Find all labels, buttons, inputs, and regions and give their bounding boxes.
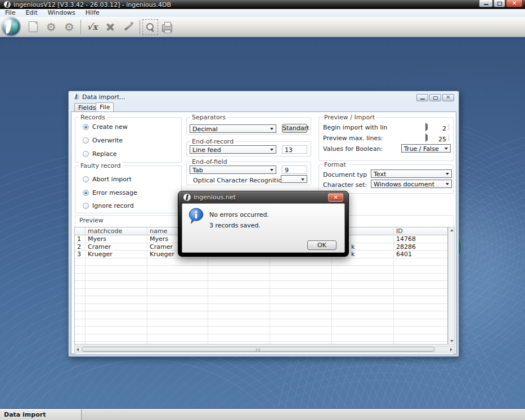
table-row-empty[interactable] bbox=[75, 334, 447, 342]
table-row-empty[interactable] bbox=[75, 266, 447, 274]
decimal-combobox[interactable]: Decimal bbox=[190, 124, 276, 133]
table-row-empty[interactable] bbox=[75, 296, 447, 304]
end-of-record-code-field[interactable]: 13 bbox=[282, 145, 307, 154]
document-type-combobox[interactable]: Text bbox=[371, 169, 452, 178]
table-row-empty[interactable] bbox=[75, 311, 447, 319]
table-row-empty[interactable] bbox=[75, 289, 447, 297]
tab-file[interactable]: File bbox=[96, 102, 114, 111]
chevron-down-icon bbox=[445, 148, 448, 150]
radio-icon[interactable] bbox=[83, 124, 89, 130]
print-icon bbox=[162, 24, 172, 32]
radio-icon[interactable] bbox=[83, 151, 89, 157]
ocr-combobox[interactable] bbox=[281, 175, 307, 183]
table-row-empty[interactable] bbox=[75, 327, 447, 334]
statusbar: Data import bbox=[0, 409, 525, 420]
scrollbar-thumb[interactable] bbox=[82, 347, 435, 352]
scroll-left-icon[interactable] bbox=[77, 348, 79, 351]
radio-ignore-record[interactable]: Ignore record bbox=[83, 202, 134, 209]
menubar: File Edit Windows Hilfe bbox=[0, 9, 525, 17]
radio-icon[interactable] bbox=[83, 137, 89, 144]
menu-edit[interactable]: Edit bbox=[20, 9, 42, 17]
menu-windows[interactable]: Windows bbox=[43, 9, 80, 17]
info-icon bbox=[189, 208, 204, 224]
standart-button[interactable]: Standart bbox=[282, 124, 307, 133]
character-set-combobox[interactable]: Windows document bbox=[371, 180, 452, 188]
app-icon bbox=[4, 1, 11, 8]
chevron-down-icon bbox=[270, 149, 273, 151]
table-row-empty[interactable] bbox=[75, 281, 447, 289]
table-row-empty[interactable] bbox=[75, 342, 447, 345]
scroll-up-icon[interactable] bbox=[450, 229, 454, 231]
radio-replace[interactable]: Replace bbox=[83, 150, 117, 158]
delete-x-icon bbox=[105, 22, 115, 32]
radio-error-message[interactable]: Error message bbox=[83, 189, 137, 196]
tools-wand-icon bbox=[123, 21, 134, 33]
column-header[interactable] bbox=[75, 227, 86, 235]
boolean-values-combobox[interactable]: True / False bbox=[401, 144, 451, 153]
toolbar-separator bbox=[140, 20, 140, 34]
begin-import-label: Begin import with lin bbox=[323, 124, 388, 131]
chevron-down-icon bbox=[301, 178, 304, 181]
ok-button[interactable]: OK bbox=[307, 240, 336, 250]
dialog-maximize-button[interactable] bbox=[429, 94, 441, 101]
values-for-boolean-label: Values for Boolean: bbox=[323, 145, 383, 153]
end-of-field-group-label: End-of-field bbox=[190, 158, 229, 166]
scroll-down-icon[interactable] bbox=[450, 340, 454, 342]
menu-file[interactable]: File bbox=[0, 9, 20, 17]
preview-max-lines-field[interactable]: 25 bbox=[425, 133, 449, 142]
message-box-body: No errors occurred. 3 records saved. OK bbox=[182, 203, 345, 253]
toolbar: ⚙ ⚙ √x bbox=[0, 17, 525, 37]
radio-create-new[interactable]: Create new bbox=[83, 123, 128, 131]
radio-icon[interactable] bbox=[83, 176, 89, 182]
chevron-down-icon bbox=[270, 128, 273, 130]
radio-overwrite[interactable]: Overwrite bbox=[83, 137, 123, 144]
ocr-label: Optical Character Recognition: bbox=[193, 177, 288, 184]
chevron-down-icon bbox=[446, 173, 449, 175]
formula-button[interactable]: √x bbox=[84, 19, 101, 35]
document-type-label: Document typ bbox=[323, 171, 367, 178]
chevron-down-icon bbox=[270, 169, 273, 171]
menu-hilfe[interactable]: Hilfe bbox=[80, 9, 105, 17]
table-row-empty[interactable] bbox=[75, 258, 447, 266]
records-group-label: Records bbox=[79, 114, 107, 121]
table-row-empty[interactable] bbox=[75, 319, 447, 327]
magnifier-icon bbox=[146, 23, 155, 32]
end-of-field-combobox[interactable]: Tab bbox=[190, 166, 276, 174]
format-group-label: Format bbox=[322, 161, 348, 168]
table-row-empty[interactable] bbox=[75, 274, 447, 282]
close-button[interactable]: × bbox=[506, 0, 523, 7]
statusbar-tab-data-import[interactable]: Data import bbox=[0, 409, 82, 420]
dialog-minimize-button[interactable] bbox=[416, 94, 428, 101]
message-box-close-button[interactable]: × bbox=[328, 193, 343, 202]
radio-icon[interactable] bbox=[83, 190, 89, 196]
character-set-label: Character set: bbox=[323, 181, 367, 189]
dialog-close-button[interactable]: ✕ bbox=[442, 94, 454, 101]
app-title: ingeniousV12 [V3.3.42 - 26.03.12] - inge… bbox=[14, 1, 171, 8]
faulty-record-group-label: Faulty record bbox=[79, 162, 123, 169]
begin-import-field[interactable]: 2 bbox=[425, 123, 449, 131]
end-of-record-combobox[interactable]: Line feed bbox=[190, 145, 276, 154]
print-button[interactable] bbox=[159, 19, 176, 35]
tools-button[interactable] bbox=[120, 19, 137, 35]
horizontal-scrollbar[interactable] bbox=[74, 346, 455, 352]
preview-import-group-label: Preview / Import bbox=[322, 114, 376, 121]
end-of-field-code-field[interactable]: 9 bbox=[282, 166, 307, 174]
column-header-id[interactable]: ID bbox=[394, 227, 447, 235]
app-titlebar: ingeniousV12 [V3.3.42 - 26.03.12] - inge… bbox=[0, 0, 525, 9]
gear-document-button[interactable]: ⚙ bbox=[43, 19, 60, 35]
column-header-matchcode[interactable]: matchcode bbox=[86, 227, 147, 235]
gear-button[interactable]: ⚙ bbox=[61, 19, 78, 35]
table-row-empty[interactable] bbox=[75, 304, 447, 312]
delete-button[interactable] bbox=[102, 19, 119, 35]
gear-icon: ⚙ bbox=[64, 21, 74, 33]
radio-icon[interactable] bbox=[83, 203, 89, 209]
minimize-button[interactable] bbox=[479, 0, 493, 7]
vertical-scrollbar[interactable] bbox=[448, 227, 455, 345]
document-button[interactable] bbox=[25, 19, 42, 35]
preview-max-lines-label: Preview max. lines: bbox=[323, 135, 383, 142]
zoom-selection-button[interactable] bbox=[142, 19, 158, 35]
scroll-right-icon[interactable] bbox=[450, 348, 452, 351]
chevron-down-icon bbox=[446, 183, 449, 185]
radio-abort-import[interactable]: Abort import bbox=[83, 176, 132, 183]
maximize-button[interactable] bbox=[493, 0, 505, 7]
